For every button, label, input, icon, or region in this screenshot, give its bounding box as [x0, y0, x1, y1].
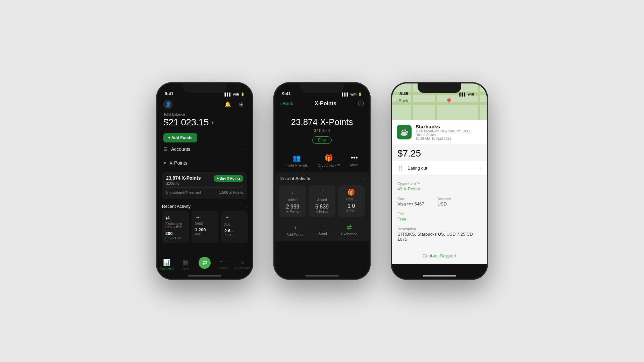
avatar[interactable]: 👤	[163, 100, 173, 109]
back-label-3: Back	[398, 98, 408, 103]
nav-prices-label: Prices	[219, 266, 228, 270]
add-label: Add	[224, 223, 245, 226]
back-button-3[interactable]: ‹ Back	[396, 98, 408, 103]
back-chevron-3-icon: ‹	[396, 98, 397, 103]
ag-label-2: Added	[312, 198, 332, 202]
activity-item-add[interactable]: ＋ Add 2 6... X-Po...	[221, 211, 248, 243]
battery-icon-3: 🔋	[475, 93, 479, 96]
contact-support-button[interactable]: Contact Support	[392, 248, 487, 264]
add-funds-button[interactable]: + Add Funds	[163, 133, 197, 142]
xp-bottom-actions: ＋ Add Funds → Send ⇄ Exchange	[279, 221, 365, 237]
scan-button[interactable]: ⊞	[236, 100, 246, 109]
signal-icon-2: ▌▌▌	[342, 93, 349, 96]
cryptoback-detail-label: Cryptoback™	[397, 182, 481, 186]
activity-scroll: ⇄ Exchanged USD -> BTC 200 0,022196 → Se…	[157, 211, 252, 243]
fork-knife-icon: 🍴	[397, 165, 404, 171]
accounts-icon: ☰	[163, 146, 168, 152]
ra-arrow-icon[interactable]: ›	[363, 176, 365, 181]
activity-item-exchange[interactable]: ⇄ Exchanged USD -> BTC 200 0,022196	[162, 211, 189, 243]
dashboard-icon: 📊	[163, 259, 170, 266]
add-funds-xp-label: Add Funds	[286, 233, 304, 237]
ag-amount-3: 1 0	[341, 203, 361, 209]
xp-total-points: 23,874 X-Points	[275, 117, 369, 127]
recent-activity-header: Recent Activity ›	[157, 201, 252, 211]
account-label: Account	[437, 197, 451, 201]
ag-item-2[interactable]: ＋ Added 6 839 X-Points	[309, 185, 335, 217]
prices-icon: 〰	[220, 259, 226, 266]
ra-header: Recent Activity ›	[279, 176, 365, 181]
merchant-name: Starbucks	[416, 124, 482, 129]
bell-button[interactable]: 🔔	[223, 100, 232, 109]
card-detail: Card Visa •••• 5467	[397, 197, 424, 206]
cryptoback-button[interactable]: 🎁 Cryptoback™	[318, 154, 340, 167]
more-button[interactable]: ••• More	[350, 154, 359, 167]
accounts-arrow-icon: ›	[245, 147, 246, 152]
xp-usd-value: $106.76	[275, 128, 369, 133]
xp-tier-badge: Elite	[312, 136, 331, 144]
more-label: More	[350, 163, 359, 167]
send-xp-button[interactable]: → Send	[318, 224, 327, 237]
exchange-xp-label: Exchange	[341, 232, 358, 236]
exchange-amount: 200	[165, 231, 185, 236]
xpoints-label: X-Points	[169, 160, 187, 166]
exchange-sub: USD -> BTC	[165, 226, 185, 229]
ag-label-3: Refe...	[341, 197, 361, 201]
invite-friends-icon: 👥	[285, 154, 308, 162]
activity-item-send[interactable]: → Send 1 200 USD	[192, 211, 218, 243]
ag-sub-2: X-Points	[312, 210, 332, 214]
add-sub: X-Po...	[224, 233, 245, 237]
description-label: Description	[397, 227, 481, 231]
nav-prices[interactable]: 〰 Prices	[214, 259, 233, 270]
send-xp-icon: →	[318, 224, 327, 231]
fee-detail: Fee Free	[392, 209, 487, 224]
nav-dashboard[interactable]: 📊 Dashboard	[157, 259, 176, 270]
cryptoback-icon: 🎁	[318, 154, 340, 162]
nav-exchange[interactable]: ⇄	[195, 259, 214, 269]
xpoints-arrow-icon: ›	[245, 161, 246, 165]
signal-icon-3: ▌▌▌	[459, 93, 466, 96]
description-detail: Description STRBKS, Starbucks US, USD 7.…	[392, 224, 487, 244]
more-icon: •••	[350, 154, 359, 162]
add-funds-xp-button[interactable]: ＋ Add Funds	[286, 224, 304, 237]
cryptoback-detail-value: 49 X-Points	[397, 186, 481, 191]
exchange-xp-button[interactable]: ⇄ Exchange	[341, 224, 358, 237]
time-3: 5:45	[399, 91, 408, 96]
nav-cards-label: Cards	[182, 267, 190, 270]
phone-3: 📍 5:45 ▌▌▌ wifi 🔋 ‹ Back ☕	[391, 82, 488, 280]
back-button-2[interactable]: ‹ Back	[280, 101, 293, 106]
add-amount: 2 6...	[224, 228, 245, 233]
xp-hero: 23,874 X-Points $106.76 Elite	[275, 110, 369, 147]
balance-amount: $21 023.15 ▾	[163, 117, 246, 128]
back-chevron-icon: ‹	[280, 101, 282, 106]
balance-chevron-icon[interactable]: ▾	[211, 120, 214, 125]
category-row[interactable]: 🍴 Eating out ›	[392, 161, 487, 176]
nav-cards[interactable]: ▦ Cards	[176, 259, 195, 270]
battery-icon: 🔋	[240, 93, 245, 96]
info-button[interactable]: ⓘ	[358, 100, 364, 108]
add-funds-xp-icon: ＋	[286, 224, 304, 232]
xpoints-card-usd: $106.76	[166, 181, 201, 185]
ag-item-1[interactable]: ＋ Added 2 999 X-Points	[279, 185, 306, 217]
exchange-btc: 0,022196	[165, 236, 185, 240]
see-all-arrow[interactable]: ›	[246, 204, 247, 208]
notch-2	[300, 83, 344, 93]
ra-title: Recent Activity	[279, 176, 310, 181]
send-currency: USD	[195, 232, 215, 236]
phone-2: 9:41 ▌▌▌ wifi 🔋 ‹ Back X-Points ⓘ 23,874…	[273, 82, 371, 280]
send-icon: →	[195, 214, 215, 220]
merchant-info: Starbucks 1500 Broadway, New York, NY 10…	[416, 124, 482, 140]
accounts-menu-item[interactable]: ☰ Accounts ›	[157, 142, 252, 156]
invite-friends-label: Invite Friends	[285, 163, 308, 167]
ag-item-3[interactable]: 🎁 Refe... 1 0 X-Po...	[338, 185, 365, 217]
nav-x-accounts[interactable]: ≡ X-Accounts	[233, 259, 252, 270]
home-indicator-1	[188, 275, 221, 277]
category-arrow-icon: ›	[480, 166, 481, 171]
status-icons-2: ▌▌▌ wifi 🔋	[342, 92, 362, 96]
map-pin-icon: 📍	[445, 98, 453, 106]
wifi-icon-3: wifi	[468, 92, 474, 96]
buy-xpoints-button[interactable]: + Buy X-Points	[214, 175, 243, 182]
home-indicator-3	[423, 275, 456, 277]
notch-3	[418, 83, 461, 93]
invite-friends-button[interactable]: 👥 Invite Friends	[285, 154, 308, 167]
xpoints-menu-item[interactable]: ♥ X-Points ›	[157, 156, 252, 170]
